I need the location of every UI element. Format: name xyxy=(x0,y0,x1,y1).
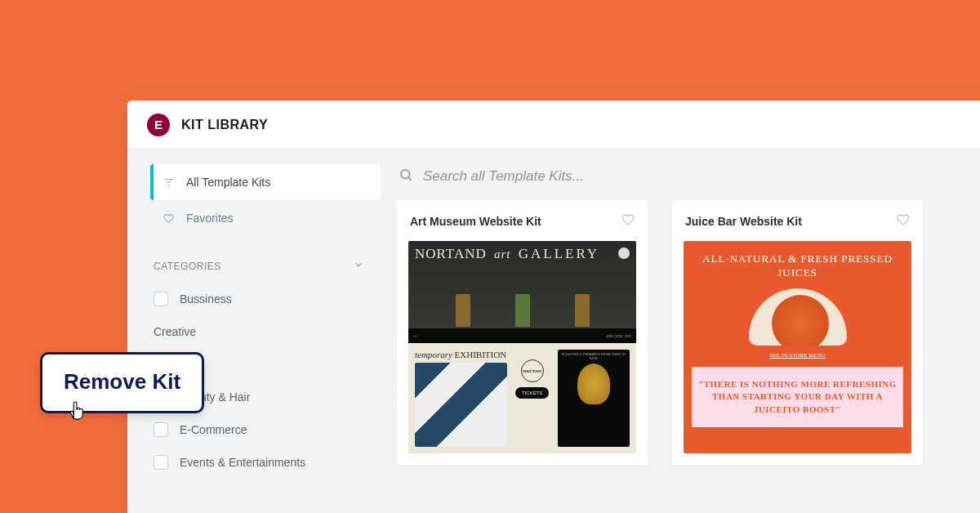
filter-icon xyxy=(163,176,176,188)
banner-word: NORTAND xyxy=(415,246,487,261)
art-banner: NORTAND art GALLERY xyxy=(408,241,636,262)
kit-card-header: Juice Bar Website Kit xyxy=(672,200,923,241)
checkbox[interactable] xyxy=(154,422,168,437)
vase-col: SCULPTED & CERAMICS FROM THEN TO NOW xyxy=(558,350,630,447)
elementor-logo: E xyxy=(147,114,170,136)
art-pillars xyxy=(433,294,612,327)
kit-title: Art Museum Website Kit xyxy=(410,215,541,228)
banner-word: GALLERY xyxy=(519,246,599,261)
app-title: KIT LIBRARY xyxy=(181,118,268,132)
banner-word: art xyxy=(491,248,514,261)
search-icon xyxy=(399,167,413,185)
kit-preview: ALL-NATURAL & FRESH PRESSED JUICES SEE I… xyxy=(684,241,911,453)
vase-caption: SCULPTED & CERAMICS FROM THEN TO NOW xyxy=(561,353,626,361)
kit-title: Juice Bar Website Kit xyxy=(685,215,802,228)
readmore-button: read more xyxy=(521,359,544,382)
category-label: Creative xyxy=(154,325,196,338)
search-row xyxy=(397,167,980,200)
remove-kit-popup[interactable]: Remove Kit xyxy=(40,352,204,413)
kit-library-window: E KIT LIBRARY All Template Kits Favorite… xyxy=(127,100,980,513)
popup-label: Remove Kit xyxy=(64,369,180,395)
title-part: temporary xyxy=(415,350,452,359)
art-bottom: temporary EXHIBITION read more TICKETS S xyxy=(408,343,636,453)
categories-header[interactable]: CATEGORIES xyxy=(150,236,381,283)
art-substrip: — plan your visit xyxy=(408,328,636,343)
category-label: E-Commerce xyxy=(180,423,247,436)
categories-label: CATEGORIES xyxy=(154,261,221,272)
orange-slice xyxy=(772,295,829,346)
substrip-left: — xyxy=(413,333,417,338)
juice-link: SEE IN-STORE MENU xyxy=(684,352,911,359)
pointer-cursor-icon xyxy=(67,400,85,425)
vase-image xyxy=(577,364,610,404)
category-label: Events & Entertainments xyxy=(180,456,305,469)
category-item[interactable]: Events & Entertainments xyxy=(150,446,381,479)
title-part: EXHIBITION xyxy=(455,350,507,359)
main-panel: Art Museum Website Kit NORTAND art GALLE… xyxy=(381,149,980,513)
sidebar-item-all-kits[interactable]: All Template Kits xyxy=(150,164,381,200)
exhibition-title: temporary EXHIBITION xyxy=(415,350,507,359)
porcelain-image xyxy=(415,363,507,447)
sidebar: All Template Kits Favorites CATEGORIES B… xyxy=(127,149,381,513)
kit-preview: NORTAND art GALLERY — plan your visit xyxy=(408,241,636,453)
kit-card-art-museum[interactable]: Art Museum Website Kit NORTAND art GALLE… xyxy=(397,200,648,465)
svg-point-3 xyxy=(401,170,410,179)
sidebar-item-label: All Template Kits xyxy=(186,176,270,189)
circle-icon xyxy=(618,248,630,259)
heart-icon xyxy=(163,213,176,224)
category-label: Bussiness xyxy=(180,292,232,306)
favorite-heart-icon[interactable] xyxy=(621,213,635,230)
svg-line-4 xyxy=(408,177,411,180)
kit-cards-row: Art Museum Website Kit NORTAND art GALLE… xyxy=(397,200,980,465)
juice-quote: "THERE IS NOTHING MORE REFRESHING THAN S… xyxy=(692,367,903,427)
chevron-down-icon xyxy=(353,259,364,273)
juice-heading: ALL-NATURAL & FRESH PRESSED JUICES xyxy=(684,241,911,288)
checkbox[interactable] xyxy=(154,292,168,306)
art-hero: NORTAND art GALLERY — plan your visit xyxy=(408,241,636,343)
sidebar-item-favorites[interactable]: Favorites xyxy=(150,200,381,236)
search-input[interactable] xyxy=(423,168,831,185)
readmore-col: read more TICKETS xyxy=(512,350,553,447)
juice-image xyxy=(749,288,847,346)
kit-card-header: Art Museum Website Kit xyxy=(397,200,648,241)
body-area: All Template Kits Favorites CATEGORIES B… xyxy=(127,149,980,513)
exhibition-col: temporary EXHIBITION xyxy=(415,350,507,447)
checkbox[interactable] xyxy=(154,455,168,470)
substrip-right: plan your visit xyxy=(606,333,631,338)
category-item[interactable]: Creative xyxy=(150,315,381,348)
category-item[interactable]: Bussiness xyxy=(150,283,381,315)
sidebar-item-label: Favorites xyxy=(186,212,234,225)
favorite-heart-icon[interactable] xyxy=(897,213,910,230)
tickets-button: TICKETS xyxy=(515,387,549,399)
kit-card-juice-bar[interactable]: Juice Bar Website Kit ALL-NATURAL & FRES… xyxy=(672,200,923,465)
category-item[interactable]: E-Commerce xyxy=(150,413,381,446)
top-bar: E KIT LIBRARY xyxy=(127,100,980,149)
